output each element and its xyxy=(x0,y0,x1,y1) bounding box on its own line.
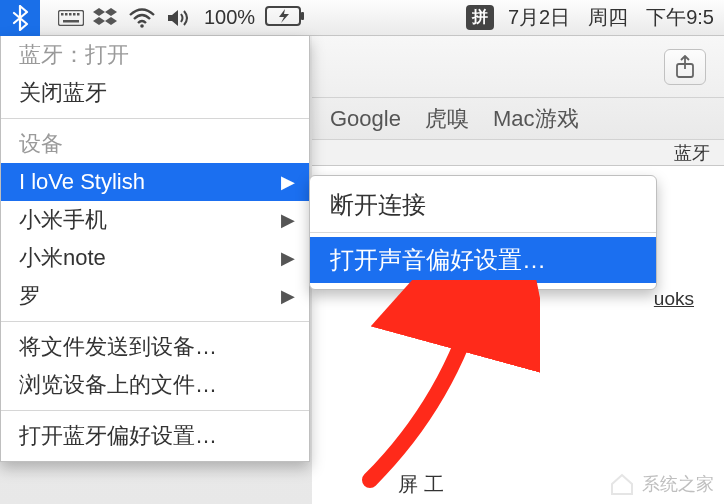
svg-rect-9 xyxy=(301,12,304,20)
bt-device-luo[interactable]: 罗 ▶ xyxy=(1,277,309,315)
submenu-arrow-icon: ▶ xyxy=(281,209,295,231)
wifi-icon[interactable] xyxy=(122,0,162,36)
dropbox-icon[interactable] xyxy=(88,0,122,36)
bt-send-files-label: 将文件发送到设备… xyxy=(19,332,217,362)
bt-status-row: 蓝牙：打开 xyxy=(1,36,309,74)
menu-separator xyxy=(1,321,309,322)
submenu-sound-prefs-label: 打开声音偏好设置… xyxy=(330,244,546,276)
battery-percent[interactable]: 100% xyxy=(200,6,259,29)
bookmark-macgame[interactable]: Mac游戏 xyxy=(493,104,579,134)
share-button[interactable] xyxy=(664,49,706,85)
input-method-icon[interactable]: 拼 xyxy=(466,5,494,30)
svg-rect-1 xyxy=(61,13,64,16)
watermark-text: 系统之家 xyxy=(642,472,714,496)
bt-turnoff-row[interactable]: 关闭蓝牙 xyxy=(1,74,309,112)
menubar: 100% 拼 7月2日 周四 下午9:5 xyxy=(0,0,724,36)
bt-turnoff-label: 关闭蓝牙 xyxy=(19,78,107,108)
submenu-arrow-icon: ▶ xyxy=(281,171,295,193)
bt-device-xiaomi-phone[interactable]: 小米手机 ▶ xyxy=(1,201,309,239)
menubar-date[interactable]: 7月2日 xyxy=(504,4,574,31)
svg-rect-0 xyxy=(59,10,84,25)
menu-separator xyxy=(1,410,309,411)
browser-toolbar-area: Google 虎嗅 Mac游戏 蓝牙 xyxy=(312,36,724,166)
bt-browse-files[interactable]: 浏览设备上的文件… xyxy=(1,366,309,404)
bt-device-xiaomi-note[interactable]: 小米note ▶ xyxy=(1,239,309,277)
submenu-disconnect[interactable]: 断开连接 xyxy=(310,182,656,228)
bookmark-huxiu[interactable]: 虎嗅 xyxy=(425,104,469,134)
watermark: 系统之家 xyxy=(608,472,714,496)
svg-rect-2 xyxy=(65,13,68,16)
bt-browse-files-label: 浏览设备上的文件… xyxy=(19,370,217,400)
menubar-time[interactable]: 下午9:5 xyxy=(642,4,718,31)
bt-open-prefs-label: 打开蓝牙偏好设置… xyxy=(19,421,217,451)
svg-rect-5 xyxy=(77,13,80,16)
browser-toolbar xyxy=(312,36,724,98)
volume-icon[interactable] xyxy=(162,0,198,36)
bt-devices-header: 设备 xyxy=(1,125,309,163)
bt-send-files[interactable]: 将文件发送到设备… xyxy=(1,328,309,366)
bt-device-label: 小米手机 xyxy=(19,205,107,235)
share-icon xyxy=(675,55,695,79)
svg-point-7 xyxy=(140,24,144,28)
svg-rect-3 xyxy=(69,13,72,16)
submenu-arrow-icon: ▶ xyxy=(281,285,295,307)
menubar-weekday[interactable]: 周四 xyxy=(584,4,632,31)
menu-separator xyxy=(1,118,309,119)
bt-device-label: 小米note xyxy=(19,243,106,273)
bt-device-submenu: 断开连接 打开声音偏好设置… xyxy=(309,175,657,290)
bookmarks-bar: Google 虎嗅 Mac游戏 xyxy=(312,98,724,140)
house-icon xyxy=(608,472,636,496)
svg-rect-4 xyxy=(73,13,76,16)
bt-device-label: I loVe Stylish xyxy=(19,169,145,195)
bt-open-prefs[interactable]: 打开蓝牙偏好设置… xyxy=(1,417,309,455)
page-link-fragment[interactable]: uoks xyxy=(654,288,694,310)
bt-status-label: 蓝牙：打开 xyxy=(19,40,129,70)
svg-rect-6 xyxy=(63,20,79,23)
tab-strip: 蓝牙 xyxy=(312,139,724,165)
partial-text: 屏 工 xyxy=(398,471,444,498)
bluetooth-dropdown: 蓝牙：打开 关闭蓝牙 设备 I loVe Stylish ▶ 小米手机 ▶ 小米… xyxy=(0,36,310,462)
bt-devices-header-label: 设备 xyxy=(19,129,63,159)
submenu-disconnect-label: 断开连接 xyxy=(330,189,426,221)
bluetooth-icon xyxy=(11,5,29,31)
keyboard-icon[interactable] xyxy=(54,0,88,36)
submenu-arrow-icon: ▶ xyxy=(281,247,295,269)
battery-icon[interactable] xyxy=(265,6,305,30)
submenu-open-sound-prefs[interactable]: 打开声音偏好设置… xyxy=(310,237,656,283)
bt-device-stylish[interactable]: I loVe Stylish ▶ xyxy=(1,163,309,201)
bt-device-label: 罗 xyxy=(19,281,41,311)
tab-title-fragment[interactable]: 蓝牙 xyxy=(674,143,710,163)
bookmark-google[interactable]: Google xyxy=(330,106,401,132)
bluetooth-menu-icon[interactable] xyxy=(0,0,40,36)
menu-separator xyxy=(310,232,656,233)
